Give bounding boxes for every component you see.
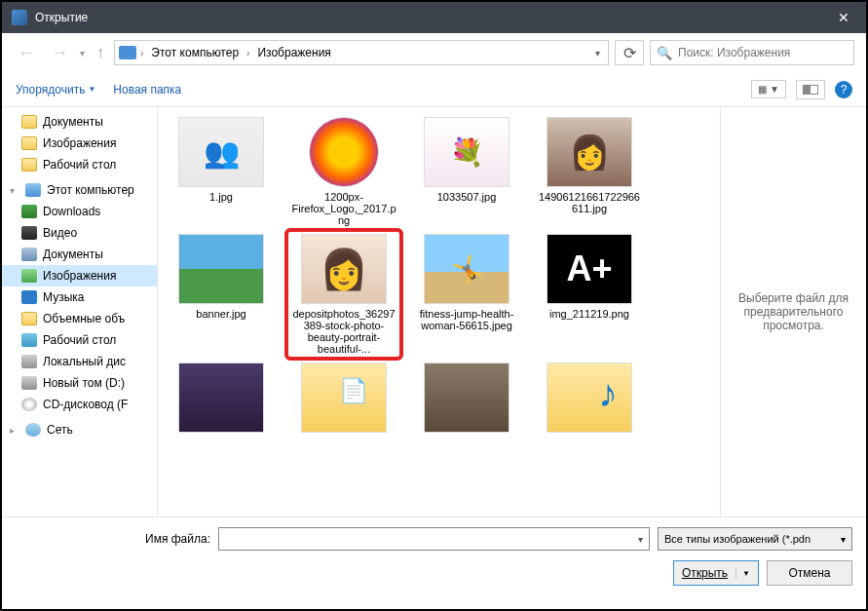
file-item[interactable]: A+img_211219.png bbox=[536, 234, 643, 355]
preview-message: Выберите файл для предварительного просм… bbox=[733, 291, 854, 332]
file-thumbnail bbox=[178, 234, 264, 304]
file-label: 1033507.jpg bbox=[437, 191, 497, 203]
window-title: Открытие bbox=[35, 11, 821, 24]
back-button[interactable]: ← bbox=[14, 39, 39, 67]
forward-button[interactable]: → bbox=[47, 39, 72, 67]
pc-icon bbox=[25, 183, 41, 197]
dialog-buttons: Открыть ▼ Отмена bbox=[16, 560, 852, 586]
search-box[interactable]: 🔍 bbox=[650, 40, 854, 65]
help-button[interactable]: ? bbox=[835, 81, 852, 98]
sidebar-this-pc[interactable]: ▾Этот компьютер bbox=[2, 179, 157, 201]
sidebar-item-label: CD-дисковод (F bbox=[43, 398, 128, 411]
cancel-button[interactable]: Отмена bbox=[767, 560, 852, 586]
sidebar-pc-item[interactable]: Новый том (D:) bbox=[2, 372, 157, 394]
sidebar-item-label: Сеть bbox=[47, 423, 73, 437]
view-mode-button[interactable]: ▦ ▼ bbox=[751, 80, 786, 98]
open-label: Открыть bbox=[682, 566, 728, 580]
chevron-down-icon[interactable]: ▾ bbox=[638, 534, 643, 545]
history-dropdown[interactable]: ▾ bbox=[80, 48, 85, 58]
file-item[interactable] bbox=[168, 363, 275, 437]
sidebar-pc-item[interactable]: Видео bbox=[2, 222, 157, 244]
app-icon bbox=[12, 10, 27, 25]
sidebar-item-label: Видео bbox=[43, 226, 77, 240]
filetype-dropdown[interactable]: Все типы изображений (*.pdn ▾ bbox=[658, 527, 852, 551]
nav-arrows: ← → ▾ ↑ bbox=[14, 39, 108, 67]
sidebar-quick-item[interactable]: Документы bbox=[2, 111, 157, 133]
refresh-button[interactable]: ⟳ bbox=[615, 40, 644, 65]
close-button[interactable]: ✕ bbox=[821, 2, 866, 33]
file-item[interactable]: banner.jpg bbox=[168, 234, 275, 355]
img-icon bbox=[21, 269, 37, 283]
preview-pane-toggle[interactable] bbox=[796, 80, 825, 99]
sidebar-quick-item[interactable]: Рабочий стол bbox=[2, 154, 157, 175]
sidebar-pc-item[interactable]: Изображения bbox=[2, 265, 157, 286]
file-thumbnail bbox=[547, 363, 632, 433]
open-dropdown-icon[interactable]: ▼ bbox=[736, 569, 750, 578]
pc-icon bbox=[119, 46, 136, 59]
sidebar-pc-item[interactable]: Музыка bbox=[2, 286, 157, 308]
sidebar-item-label: Изображения bbox=[43, 269, 116, 283]
preview-pane: Выберите файл для предварительного просм… bbox=[720, 107, 866, 516]
breadcrumb-pc[interactable]: Этот компьютер bbox=[147, 44, 243, 61]
sidebar-pc-item[interactable]: Downloads bbox=[2, 201, 157, 222]
sidebar-item-label: Изображения bbox=[43, 136, 116, 150]
cd-icon bbox=[21, 398, 37, 411]
filetype-label: Все типы изображений (*.pdn bbox=[664, 533, 811, 545]
folder-icon bbox=[21, 136, 37, 150]
thumbnails-icon: ▦ bbox=[758, 84, 767, 95]
sidebar-item-label: Локальный дис bbox=[43, 355, 126, 368]
file-item[interactable]: 14906121661722966611.jpg bbox=[536, 117, 643, 226]
navigation-bar: ← → ▾ ↑ › Этот компьютер › Изображения ▾… bbox=[2, 33, 866, 72]
chevron-right-icon: › bbox=[140, 48, 143, 58]
search-input[interactable] bbox=[678, 46, 848, 59]
address-bar[interactable]: › Этот компьютер › Изображения ▾ bbox=[114, 40, 609, 65]
up-button[interactable]: ↑ bbox=[93, 40, 108, 65]
file-item[interactable] bbox=[413, 363, 520, 437]
filename-input[interactable]: ▾ bbox=[218, 527, 650, 551]
file-thumbnail bbox=[309, 117, 379, 187]
breadcrumb-images[interactable]: Изображения bbox=[253, 44, 334, 61]
file-label: banner.jpg bbox=[196, 308, 245, 320]
sidebar-item-label: Downloads bbox=[43, 205, 100, 218]
sidebar-item-label: Этот компьютер bbox=[47, 183, 134, 197]
disk-icon bbox=[21, 355, 37, 368]
file-item[interactable] bbox=[536, 363, 643, 437]
search-icon: 🔍 bbox=[657, 46, 672, 60]
disk-icon bbox=[21, 376, 37, 390]
file-item[interactable]: 1033507.jpg bbox=[413, 117, 520, 226]
sidebar-item-label: Объемные объ bbox=[43, 312, 125, 325]
open-button[interactable]: Открыть ▼ bbox=[673, 560, 759, 586]
file-thumbnail bbox=[424, 234, 509, 304]
dl-icon bbox=[21, 205, 37, 218]
sidebar-pc-item[interactable]: Объемные объ bbox=[2, 308, 157, 329]
file-thumbnail bbox=[547, 117, 632, 187]
file-item[interactable]: fitness-jump-health-woman-56615.jpeg bbox=[413, 234, 520, 355]
sidebar-pc-item[interactable]: Рабочий стол bbox=[2, 329, 157, 351]
file-label: 1200px-Firefox_Logo,_2017.png bbox=[290, 191, 397, 226]
organize-button[interactable]: Упорядочить ▼ bbox=[16, 83, 95, 96]
file-thumbnail bbox=[424, 117, 509, 187]
sidebar-pc-item[interactable]: Локальный дис bbox=[2, 351, 157, 372]
chevron-down-icon[interactable]: ▾ bbox=[10, 185, 19, 196]
sidebar: ДокументыИзображенияРабочий стол▾Этот ко… bbox=[2, 107, 158, 516]
file-item[interactable]: 1200px-Firefox_Logo,_2017.png bbox=[290, 117, 397, 226]
docs-icon bbox=[21, 248, 37, 261]
video-icon bbox=[21, 226, 37, 240]
file-item[interactable]: 1.jpg bbox=[168, 117, 275, 226]
filename-row: Имя файла: ▾ Все типы изображений (*.pdn… bbox=[16, 527, 852, 551]
file-thumbnail bbox=[301, 363, 387, 433]
address-dropdown[interactable]: ▾ bbox=[591, 44, 604, 62]
new-folder-button[interactable]: Новая папка bbox=[113, 83, 181, 96]
sidebar-item-label: Документы bbox=[43, 248, 103, 261]
sidebar-pc-item[interactable]: CD-дисковод (F bbox=[2, 394, 157, 415]
file-item[interactable] bbox=[290, 363, 397, 437]
sidebar-item-label: Документы bbox=[43, 115, 103, 129]
files-grid[interactable]: 1.jpg1200px-Firefox_Logo,_2017.png103350… bbox=[158, 107, 720, 516]
sidebar-pc-item[interactable]: Документы bbox=[2, 244, 157, 265]
sidebar-network[interactable]: ▸Сеть bbox=[2, 419, 157, 440]
chevron-right-icon[interactable]: ▸ bbox=[10, 425, 19, 436]
file-item[interactable]: depositphotos_36297389-stock-photo-beaut… bbox=[290, 234, 397, 355]
sidebar-item-label: Рабочий стол bbox=[43, 158, 116, 172]
sidebar-quick-item[interactable]: Изображения bbox=[2, 133, 157, 154]
organize-label: Упорядочить bbox=[16, 83, 85, 96]
